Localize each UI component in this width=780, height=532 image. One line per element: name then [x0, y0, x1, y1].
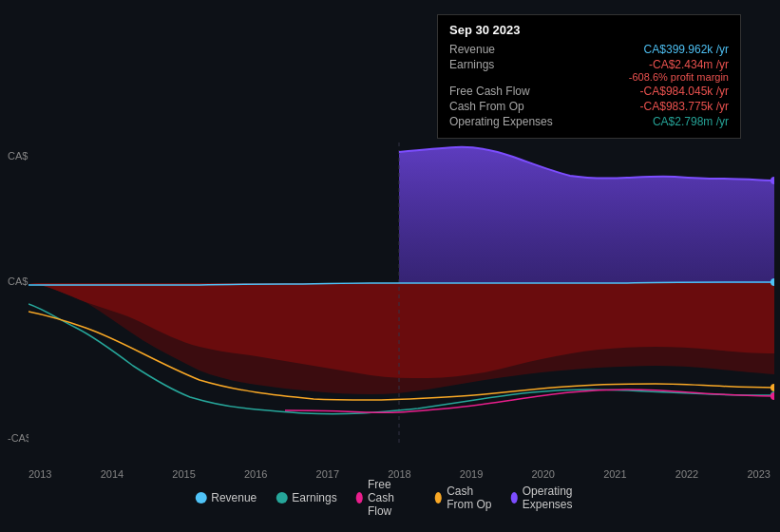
tooltip-value-revenue: CA$399.962k /yr — [644, 43, 729, 56]
tooltip-value-opex: CA$2.798m /yr — [653, 115, 729, 128]
tooltip-title: Sep 30 2023 — [449, 23, 729, 37]
tooltip-row-earnings: Earnings -CA$2.434m /yr -608.6% profit m… — [449, 58, 729, 83]
legend-cashop: Cash From Op — [435, 484, 492, 511]
legend-dot-revenue — [195, 492, 206, 504]
tooltip-label-opex: Operating Expenses — [449, 115, 573, 128]
chart-svg — [29, 142, 774, 446]
tooltip-label-fcf: Free Cash Flow — [449, 85, 573, 98]
legend-revenue: Revenue — [195, 491, 257, 504]
tooltip-box: Sep 30 2023 Revenue CA$399.962k /yr Earn… — [437, 14, 741, 139]
tooltip-label-cashop: Cash From Op — [449, 100, 573, 113]
x-label-2021: 2021 — [603, 468, 626, 480]
x-label-2015: 2015 — [172, 468, 195, 480]
legend-label-fcf: Free Cash Flow — [368, 478, 416, 518]
legend-opex: Operating Expenses — [511, 484, 585, 511]
tooltip-value-cashop: -CA$983.775k /yr — [640, 100, 729, 113]
legend-label-opex: Operating Expenses — [523, 484, 585, 511]
x-label-2023: 2023 — [747, 468, 770, 480]
tooltip-label-revenue: Revenue — [449, 43, 573, 56]
tooltip-value-earnings: -CA$2.434m /yr — [649, 58, 729, 71]
tooltip-row-revenue: Revenue CA$399.962k /yr — [449, 43, 729, 56]
legend-fcf: Free Cash Flow — [356, 478, 416, 518]
legend-label-earnings: Earnings — [292, 491, 336, 504]
tooltip-row-opex: Operating Expenses CA$2.798m /yr — [449, 115, 729, 128]
chart-legend: Revenue Earnings Free Cash Flow Cash Fro… — [195, 478, 585, 518]
legend-dot-opex — [511, 492, 518, 504]
x-label-2013: 2013 — [29, 468, 51, 480]
tooltip-value-fcf: -CA$984.045k /yr — [640, 85, 729, 98]
x-label-2014: 2014 — [101, 468, 124, 480]
x-label-2022: 2022 — [675, 468, 698, 480]
legend-dot-earnings — [276, 492, 287, 504]
legend-label-cashop: Cash From Op — [447, 484, 491, 511]
legend-dot-cashop — [435, 492, 442, 504]
legend-earnings: Earnings — [276, 491, 336, 504]
legend-dot-fcf — [356, 492, 363, 504]
tooltip-label-earnings: Earnings — [449, 58, 573, 83]
tooltip-row-fcf: Free Cash Flow -CA$984.045k /yr — [449, 85, 729, 98]
legend-label-revenue: Revenue — [211, 491, 257, 504]
tooltip-row-cashop: Cash From Op -CA$983.775k /yr — [449, 100, 729, 113]
tooltip-profit-margin: -608.6% profit margin — [629, 71, 729, 83]
chart-container: Sep 30 2023 Revenue CA$399.962k /yr Earn… — [0, 0, 780, 532]
